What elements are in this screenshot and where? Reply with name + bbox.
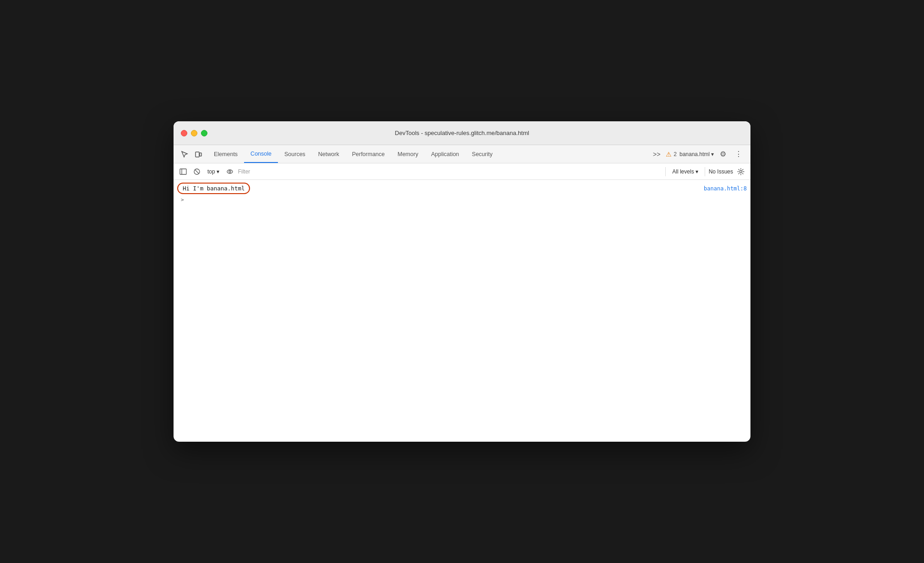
devtools-window: DevTools - speculative-rules.glitch.me/b… bbox=[174, 121, 750, 442]
svg-point-8 bbox=[740, 170, 742, 173]
svg-point-7 bbox=[229, 171, 231, 173]
more-options-button[interactable]: ⋮ bbox=[732, 148, 745, 161]
more-vert-icon: ⋮ bbox=[735, 150, 742, 158]
levels-selector[interactable]: All levels ▾ bbox=[669, 168, 701, 176]
console-settings-button[interactable] bbox=[735, 166, 747, 178]
expand-arrow[interactable]: > bbox=[177, 196, 188, 204]
svg-rect-1 bbox=[200, 153, 201, 156]
warning-icon: ⚠ bbox=[666, 151, 672, 158]
tab-elements[interactable]: Elements bbox=[207, 145, 244, 163]
filter-input[interactable] bbox=[238, 168, 662, 175]
tab-security[interactable]: Security bbox=[466, 145, 499, 163]
tab-icons bbox=[175, 148, 207, 161]
window-title: DevTools - speculative-rules.glitch.me/b… bbox=[395, 130, 529, 136]
svg-point-6 bbox=[227, 170, 233, 173]
console-body: Hi I'm banana.html banana.html:8 > bbox=[174, 180, 750, 442]
tab-network[interactable]: Network bbox=[312, 145, 346, 163]
console-log-text: Hi I'm banana.html bbox=[177, 183, 250, 194]
context-arrow-icon: ▾ bbox=[217, 168, 219, 175]
context-selector[interactable]: top ▾ bbox=[205, 168, 222, 176]
settings-icon: ⚙ bbox=[720, 150, 726, 158]
expand-row: > bbox=[174, 195, 750, 205]
title-bar: DevTools - speculative-rules.glitch.me/b… bbox=[174, 121, 750, 145]
close-button[interactable] bbox=[181, 130, 187, 136]
settings-button[interactable]: ⚙ bbox=[717, 148, 729, 161]
toolbar-divider bbox=[665, 167, 666, 176]
tab-memory[interactable]: Memory bbox=[391, 145, 424, 163]
more-tabs-button[interactable]: >> bbox=[650, 148, 663, 161]
svg-rect-2 bbox=[180, 169, 186, 174]
device-toolbar-icon[interactable] bbox=[192, 148, 205, 161]
svg-line-5 bbox=[195, 169, 199, 173]
eye-icon-button[interactable] bbox=[224, 166, 236, 178]
tab-console[interactable]: Console bbox=[244, 145, 278, 163]
sidebar-toggle-button[interactable] bbox=[177, 166, 189, 178]
toolbar-divider-2 bbox=[705, 167, 705, 176]
file-selector[interactable]: banana.html ▾ bbox=[679, 151, 714, 157]
traffic-lights bbox=[181, 130, 207, 136]
tab-sources[interactable]: Sources bbox=[278, 145, 312, 163]
svg-rect-0 bbox=[196, 152, 199, 157]
console-log-entry: Hi I'm banana.html banana.html:8 bbox=[177, 183, 747, 194]
console-message-row: Hi I'm banana.html banana.html:8 bbox=[174, 182, 750, 195]
tabs: Elements Console Sources Network Perform… bbox=[207, 145, 647, 163]
console-source-link[interactable]: banana.html:8 bbox=[704, 185, 747, 192]
warning-badge[interactable]: ⚠ 2 bbox=[666, 151, 677, 158]
maximize-button[interactable] bbox=[201, 130, 207, 136]
tab-application[interactable]: Application bbox=[424, 145, 465, 163]
minimize-button[interactable] bbox=[191, 130, 197, 136]
tab-bar: Elements Console Sources Network Perform… bbox=[174, 145, 750, 163]
levels-arrow-icon: ▾ bbox=[696, 168, 698, 175]
tab-right-controls: >> ⚠ 2 banana.html ▾ ⚙ ⋮ bbox=[647, 148, 749, 161]
filter-input-wrap[interactable] bbox=[238, 166, 662, 178]
console-toolbar: top ▾ All levels ▾ No Issues bbox=[174, 163, 750, 180]
clear-console-button[interactable] bbox=[191, 166, 203, 178]
file-selector-arrow: ▾ bbox=[711, 151, 714, 157]
tab-performance[interactable]: Performance bbox=[346, 145, 391, 163]
inspect-element-icon[interactable] bbox=[178, 148, 191, 161]
no-issues-label: No Issues bbox=[709, 168, 733, 175]
